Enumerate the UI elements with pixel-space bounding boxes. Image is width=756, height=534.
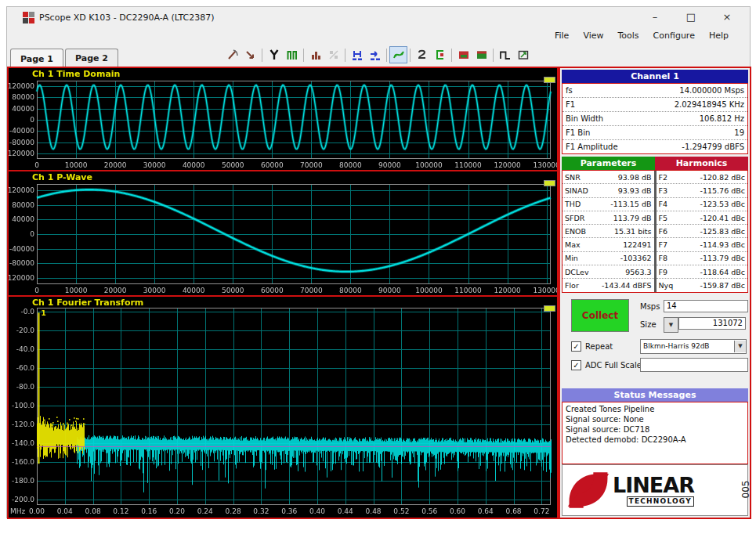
pulse-icon[interactable] bbox=[496, 46, 514, 63]
half-disabled-icon[interactable] bbox=[324, 46, 342, 63]
arrow-right-icon[interactable] bbox=[366, 46, 384, 63]
channel-info-table: fs 14.000000 Msps F1 2.029418945 KHz Bin… bbox=[562, 83, 748, 154]
chevron-down-icon[interactable]: ▼ bbox=[734, 341, 746, 352]
info-label: F1 bbox=[566, 100, 575, 109]
h-markers-icon[interactable] bbox=[348, 46, 366, 63]
harmonic-row: F6 -125.83 dBc bbox=[657, 225, 748, 238]
close-button[interactable]: × bbox=[709, 9, 745, 26]
image-export-icon[interactable] bbox=[514, 46, 532, 63]
toolbar bbox=[223, 46, 532, 63]
harmonic-value: -159.87 dBc bbox=[700, 281, 745, 290]
filter-y-icon[interactable] bbox=[265, 46, 283, 63]
window-red-icon[interactable] bbox=[454, 46, 472, 63]
parameter-value: -113.15 dB bbox=[610, 200, 651, 208]
harmonic-label: F4 bbox=[659, 200, 668, 208]
harmonic-row: F7 -114.93 dBc bbox=[657, 238, 748, 251]
harmonic-row: F3 -115.76 dBc bbox=[657, 184, 748, 197]
tab-page-2[interactable]: Page 2 bbox=[65, 49, 118, 67]
harmonic-label: F3 bbox=[659, 186, 668, 195]
logo-line1: LINEAR bbox=[613, 474, 694, 496]
info-label: Bin Width bbox=[566, 114, 603, 123]
status-message-line: Detected demobd: DC2290A-A bbox=[566, 435, 744, 445]
menu-file[interactable]: File bbox=[548, 29, 576, 42]
time-domain-title: Ch 1 Time Domain bbox=[32, 69, 120, 79]
histogram-icon[interactable] bbox=[283, 46, 301, 63]
parameter-row: DCLev 9563.3 bbox=[562, 265, 654, 279]
parameter-row: Min -103362 bbox=[562, 252, 654, 265]
parameters-table: SNR 93.98 dB SINAD 93.93 dB THD -113.15 … bbox=[562, 171, 654, 292]
info-label: F1 Bin bbox=[566, 128, 590, 137]
menu-tools[interactable]: Tools bbox=[610, 29, 646, 42]
harmonics-table: F2 -120.82 dBc F3 -115.76 dBc F4 -123.53… bbox=[654, 171, 748, 292]
parameter-label: SFDR bbox=[565, 214, 584, 222]
bar-chart-icon[interactable] bbox=[306, 46, 324, 63]
info-label: fs bbox=[566, 86, 573, 95]
status-messages-header: Status Messages bbox=[562, 388, 748, 402]
arrow-tool-icon[interactable] bbox=[241, 46, 259, 63]
channel-legend-swatch[interactable] bbox=[544, 305, 555, 312]
status-message-line: Signal source: None bbox=[566, 414, 744, 424]
harmonic-label: F2 bbox=[659, 173, 668, 182]
menu-configure[interactable]: Configure bbox=[646, 29, 702, 42]
menu-bar: File View Tools Configure Help bbox=[7, 27, 750, 43]
adc-full-scale-input[interactable] bbox=[640, 358, 748, 372]
two-tone-icon[interactable] bbox=[413, 46, 431, 63]
maximize-button[interactable]: □ bbox=[673, 9, 709, 26]
parameter-value: 113.79 dB bbox=[613, 214, 652, 222]
window-function-select[interactable]: Blkmn-Harris 92dB ▼ bbox=[640, 339, 747, 354]
collect-button[interactable]: Collect bbox=[571, 299, 629, 332]
menu-help[interactable]: Help bbox=[702, 29, 736, 42]
harmonic-row: F5 -120.41 dBc bbox=[657, 211, 748, 225]
pickaxe-tool-icon[interactable] bbox=[223, 46, 241, 63]
fft-plot[interactable] bbox=[9, 297, 557, 516]
harmonic-label: F9 bbox=[659, 268, 668, 276]
parameter-value: -103362 bbox=[620, 254, 652, 262]
harmonic-row: Nyq -159.87 dBc bbox=[657, 279, 748, 291]
p-wave-title: Ch 1 P-Wave bbox=[32, 172, 92, 182]
parameter-row: ENOB 15.31 bits bbox=[562, 225, 654, 238]
parameters-harmonics-tables: SNR 93.98 dB SINAD 93.93 dB THD -113.15 … bbox=[562, 170, 748, 293]
minimize-button[interactable]: – bbox=[637, 9, 673, 26]
parameter-label: Min bbox=[565, 254, 578, 262]
harmonic-label: F8 bbox=[659, 254, 668, 262]
channel-info-row: F1 2.029418945 KHz bbox=[562, 98, 747, 112]
info-value: 14.000000 Msps bbox=[679, 86, 744, 95]
repeat-checkbox[interactable]: ✓ bbox=[571, 341, 581, 352]
window-green-icon[interactable] bbox=[472, 46, 490, 63]
channel-header: Channel 1 bbox=[562, 70, 748, 83]
window-function-value: Blkmn-Harris 92dB bbox=[641, 342, 734, 350]
parameter-value: 9563.3 bbox=[625, 268, 651, 276]
logo-line2: TECHNOLOGY bbox=[627, 496, 694, 507]
smooth-wave-icon[interactable] bbox=[389, 46, 407, 63]
title-bar: PScope XD K103 - DC2290A-A (LTC2387) – □… bbox=[7, 7, 750, 27]
harmonic-row: F2 -120.82 dBc bbox=[657, 171, 748, 184]
size-dropdown-button[interactable]: ▼ bbox=[664, 317, 678, 333]
channel-legend-swatch[interactable] bbox=[544, 180, 555, 186]
menu-view[interactable]: View bbox=[576, 29, 610, 42]
parameter-label: Flor bbox=[565, 281, 579, 290]
status-message-line: Created Tones Pipeline bbox=[566, 404, 744, 414]
info-value: -1.294799 dBFS bbox=[682, 143, 744, 151]
p-wave-plot[interactable] bbox=[9, 171, 557, 295]
size-input[interactable] bbox=[678, 317, 746, 330]
parameter-label: THD bbox=[565, 200, 581, 208]
tab-page-1[interactable]: Page 1 bbox=[10, 49, 63, 67]
parameter-row: SNR 93.98 dB bbox=[562, 171, 654, 184]
channel-legend-swatch[interactable] bbox=[544, 77, 555, 83]
harmonic-value: -125.83 dBc bbox=[700, 227, 745, 236]
time-domain-plot[interactable] bbox=[9, 68, 557, 170]
info-value: 2.029418945 KHz bbox=[675, 100, 744, 109]
size-label: Size bbox=[640, 320, 657, 329]
parameter-row: SINAD 93.93 dB bbox=[562, 184, 654, 197]
info-value: 106.812 Hz bbox=[700, 114, 744, 123]
harmonic-label: F6 bbox=[659, 227, 668, 236]
fft-section: Ch 1 Fourier Transform bbox=[9, 297, 557, 516]
export-frame-icon[interactable] bbox=[431, 46, 449, 63]
parameter-value: 93.98 dB bbox=[618, 173, 652, 182]
adc-full-scale-checkbox[interactable]: ✓ bbox=[571, 360, 581, 370]
channel-info-row: F1 Amplitude -1.294799 dBFS bbox=[562, 140, 747, 153]
msps-input[interactable] bbox=[664, 300, 748, 312]
msps-label: Msps bbox=[640, 302, 660, 311]
harmonic-row: F8 -113.79 dBc bbox=[657, 252, 748, 265]
harmonic-value: -115.76 dBc bbox=[700, 186, 745, 195]
